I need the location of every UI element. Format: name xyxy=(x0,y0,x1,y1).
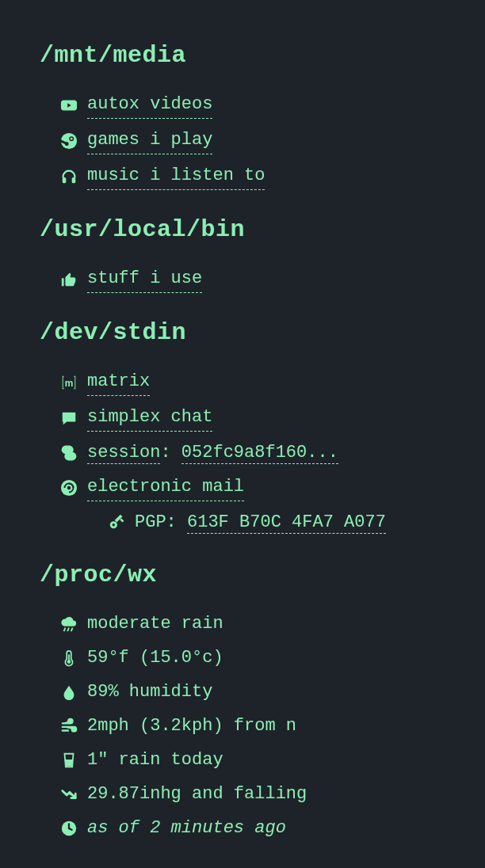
svg-line-19 xyxy=(67,627,69,631)
wx-asof-text: as of 2 minutes ago xyxy=(87,815,286,841)
svg-rect-17 xyxy=(120,518,124,522)
bin-list: stuff i use xyxy=(40,265,445,293)
thumbs-up-icon xyxy=(57,270,81,289)
mail-link[interactable]: electronic mail xyxy=(87,474,244,501)
media-item-autox: autox videos xyxy=(57,91,445,119)
wx-temperature: 59°f (15.0°c) xyxy=(57,645,445,671)
chat-icon xyxy=(57,409,81,428)
headphones-icon xyxy=(57,167,81,186)
wx-list: moderate rain 59°f (15.0°c) 89% humidity… xyxy=(40,611,445,841)
wx-rain-text: 1" rain today xyxy=(87,747,223,773)
wx-humidity: 89% humidity xyxy=(57,679,445,705)
wind-icon xyxy=(57,717,81,736)
wx-pressure: 29.87inhg and falling xyxy=(57,781,445,807)
rain-icon xyxy=(57,615,81,634)
svg-text:m: m xyxy=(65,377,74,388)
media-item-games: games i play xyxy=(57,127,445,154)
wx-asof: as of 2 minutes ago xyxy=(57,815,445,841)
svg-rect-8 xyxy=(72,177,76,182)
session-icon xyxy=(57,444,81,463)
session-link[interactable]: session xyxy=(87,443,160,464)
games-link[interactable]: games i play xyxy=(87,127,212,154)
wx-rain-today: 1" rain today xyxy=(57,747,445,773)
svg-rect-10 xyxy=(63,446,73,452)
svg-line-18 xyxy=(64,627,66,631)
clock-icon xyxy=(57,819,81,838)
youtube-icon xyxy=(57,96,81,115)
steam-icon xyxy=(57,131,81,150)
svg-rect-22 xyxy=(68,654,70,661)
wx-condition: moderate rain xyxy=(57,611,445,637)
stdin-item-session: session: 052fc9a8f160... xyxy=(57,440,445,466)
autox-videos-link[interactable]: autox videos xyxy=(87,91,212,119)
wx-wind-text: 2mph (3.2kph) from n xyxy=(87,713,296,739)
trend-down-icon xyxy=(57,785,81,804)
stuff-link[interactable]: stuff i use xyxy=(87,265,202,293)
matrix-link[interactable]: matrix xyxy=(87,368,150,396)
stdin-item-pgp: PGP: 613F B70C 4FA7 A077 xyxy=(57,509,445,535)
pgp-fingerprint-link[interactable]: 613F B70C 4FA7 A077 xyxy=(187,512,386,534)
wx-wind: 2mph (3.2kph) from n xyxy=(57,713,445,739)
svg-point-15 xyxy=(113,523,115,526)
stdin-item-mail: electronic mail xyxy=(57,474,445,501)
session-id-link[interactable]: 052fc9a8f160... xyxy=(181,443,338,464)
matrix-icon: m xyxy=(57,373,81,392)
stdin-item-simplex: simplex chat xyxy=(57,404,445,432)
svg-rect-7 xyxy=(63,177,67,182)
section-heading-wx: /proc/wx xyxy=(40,558,445,593)
section-heading-bin: /usr/local/bin xyxy=(40,212,445,248)
music-link[interactable]: music i listen to xyxy=(87,162,265,190)
section-heading-media: /mnt/media xyxy=(40,38,445,74)
mail-icon xyxy=(57,478,81,497)
media-list: autox videos games i play music i listen… xyxy=(40,91,445,190)
svg-point-13 xyxy=(67,485,71,489)
wx-pressure-text: 29.87inhg and falling xyxy=(87,781,307,807)
svg-rect-11 xyxy=(65,453,75,459)
svg-point-4 xyxy=(71,137,73,139)
thermometer-icon xyxy=(57,649,81,668)
key-icon xyxy=(105,513,128,532)
bin-item-stuff: stuff i use xyxy=(57,265,445,293)
wx-humidity-text: 89% humidity xyxy=(87,679,212,705)
wx-condition-text: moderate rain xyxy=(87,611,223,637)
media-item-music: music i listen to xyxy=(57,162,445,190)
svg-line-20 xyxy=(71,627,73,631)
droplet-icon xyxy=(57,683,81,702)
simplex-link[interactable]: simplex chat xyxy=(87,404,212,432)
wx-temperature-text: 59°f (15.0°c) xyxy=(87,645,223,671)
pgp-label: PGP: xyxy=(135,512,187,532)
stdin-item-matrix: m matrix xyxy=(57,368,445,396)
stdin-list: m matrix simplex chat session: 052fc9a8f… xyxy=(40,368,445,535)
session-sep: : xyxy=(160,443,181,463)
section-heading-stdin: /dev/stdin xyxy=(40,315,445,351)
glass-icon xyxy=(57,751,81,770)
